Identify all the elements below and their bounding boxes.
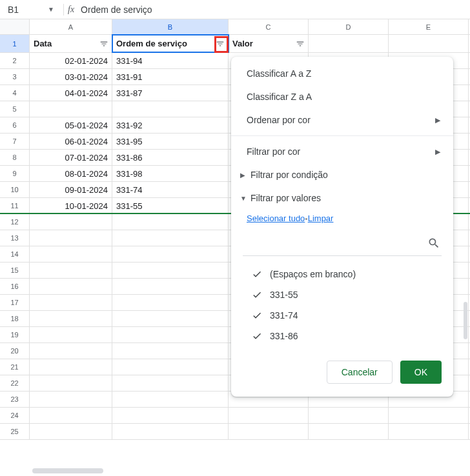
cell[interactable]: 331-98 [112,166,229,181]
cell[interactable]: 331-87 [112,85,229,101]
cell[interactable]: 331-95 [112,134,229,149]
cell[interactable]: 331-55 [112,198,229,213]
cell[interactable]: 10-01-2024 [30,198,112,213]
cell[interactable] [389,35,469,52]
cell[interactable] [112,392,229,407]
cell[interactable] [229,424,309,439]
menu-filter-color[interactable]: Filtrar por cor ▶ [231,140,453,163]
row-header[interactable]: 2 [0,53,30,68]
cell[interactable] [112,263,229,278]
cell[interactable] [30,392,112,407]
cell[interactable]: 06-01-2024 [30,134,112,149]
cell[interactable] [112,246,229,262]
cell[interactable] [112,408,229,423]
filter-icon[interactable] [294,38,306,50]
cell[interactable] [389,424,469,439]
cell[interactable]: 331-74 [112,182,229,197]
row-header[interactable]: 17 [0,295,30,310]
cell[interactable] [30,359,112,375]
cell[interactable] [30,295,112,310]
cell[interactable]: 05-01-2024 [30,117,112,133]
cell[interactable] [30,408,112,423]
row-header[interactable]: 5 [0,101,30,117]
menu-sort-color[interactable]: Ordenar por cor ▶ [231,108,453,132]
row-header[interactable]: 24 [0,408,30,423]
row-header[interactable]: 4 [0,85,30,101]
cell[interactable] [309,424,389,439]
col-header-c[interactable]: C [229,19,309,34]
row-header[interactable]: 12 [0,214,30,230]
cell[interactable] [112,359,229,375]
filter-icon[interactable] [98,38,110,50]
row-header[interactable]: 22 [0,375,30,391]
row-header[interactable]: 20 [0,343,30,359]
cell[interactable] [112,375,229,391]
menu-sort-za[interactable]: Classificar Z a A [231,85,453,108]
cell[interactable] [112,101,229,117]
cell[interactable]: 07-01-2024 [30,150,112,165]
row-header[interactable]: 25 [0,424,30,439]
cell[interactable]: 04-01-2024 [30,85,112,101]
cell[interactable] [112,230,229,246]
row-header[interactable]: 11 [0,198,30,213]
cell[interactable] [30,375,112,391]
search-input[interactable] [244,236,427,252]
cell[interactable]: Data [30,35,112,52]
row-header[interactable]: 1 [0,35,30,52]
scrollbar-thumb[interactable] [464,302,467,339]
cell[interactable] [389,408,469,423]
cell[interactable]: 331-94 [112,53,229,68]
cell[interactable] [30,279,112,294]
cell[interactable]: Valor [229,35,309,52]
cell[interactable] [112,343,229,359]
clear-link[interactable]: Limpar [308,213,334,223]
filter-icon[interactable] [214,38,226,50]
cell[interactable]: 09-01-2024 [30,182,112,197]
cell[interactable] [30,424,112,439]
cell[interactable] [30,101,112,117]
cell[interactable] [112,295,229,310]
row-header[interactable]: 21 [0,359,30,375]
row-header[interactable]: 18 [0,311,30,326]
cell[interactable] [112,424,229,439]
cell[interactable] [112,311,229,326]
cell[interactable] [30,214,112,230]
cell[interactable] [309,408,389,423]
cell[interactable]: 03-01-2024 [30,69,112,84]
name-box[interactable]: B1 ▼ [3,5,59,15]
row-header[interactable]: 7 [0,134,30,149]
select-all-corner[interactable] [0,19,30,34]
cancel-button[interactable]: Cancelar [327,361,393,384]
cell[interactable]: 331-86 [112,150,229,165]
row-header[interactable]: 10 [0,182,30,197]
row-header[interactable]: 19 [0,327,30,342]
col-header-d[interactable]: D [309,19,389,34]
formula-input[interactable]: Ordem de serviço [81,5,152,15]
row-header[interactable]: 16 [0,279,30,294]
cell[interactable] [30,263,112,278]
cell[interactable] [30,230,112,246]
filter-value-item[interactable]: 331-55 [249,284,447,305]
filter-search[interactable] [243,232,442,256]
cell[interactable] [30,311,112,326]
menu-filter-values[interactable]: ▼ Filtrar por valores [231,186,453,210]
row-header[interactable]: 14 [0,246,30,262]
col-header-a[interactable]: A [30,19,112,34]
row-header[interactable]: 13 [0,230,30,246]
cell[interactable]: 331-92 [112,117,229,133]
filter-value-item[interactable]: 331-74 [249,305,447,326]
cell[interactable] [30,327,112,342]
filter-value-item[interactable]: 331-86 [249,326,447,346]
select-all-link[interactable]: Selecionar tudo [247,213,305,223]
menu-filter-condition[interactable]: ▶ Filtrar por condição [231,163,453,186]
cell[interactable]: 08-01-2024 [30,166,112,181]
row-header[interactable]: 9 [0,166,30,181]
cell[interactable] [229,408,309,423]
cell[interactable] [112,214,229,230]
cell[interactable] [112,327,229,342]
cell[interactable] [309,35,389,52]
cell[interactable] [30,246,112,262]
col-header-b[interactable]: B [112,19,229,34]
ok-button[interactable]: OK [400,361,442,384]
row-header[interactable]: 23 [0,392,30,407]
